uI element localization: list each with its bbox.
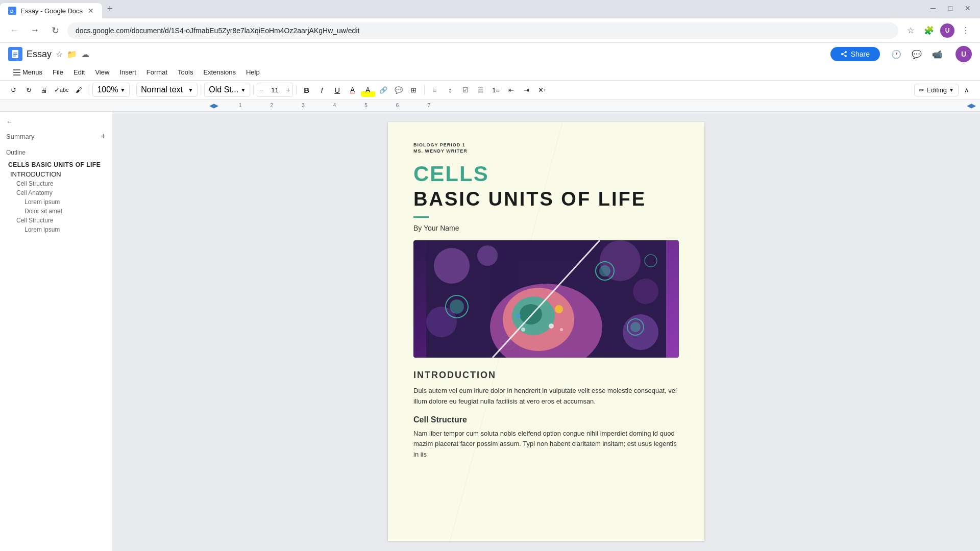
menus-button[interactable]: Menus bbox=[8, 65, 47, 79]
doc-cell-image bbox=[413, 240, 679, 358]
svg-point-15 bbox=[434, 248, 470, 284]
maximize-button[interactable]: □ bbox=[942, 0, 959, 16]
font-size-increase[interactable]: + bbox=[284, 86, 292, 94]
doc-section2-heading: Cell Structure bbox=[413, 415, 679, 424]
spellcheck-button[interactable]: ✓abc bbox=[52, 83, 70, 97]
menu-help[interactable]: Help bbox=[241, 65, 265, 79]
docs-app-icon bbox=[8, 47, 22, 61]
toolbar: ↺ ↻ 🖨 ✓abc 🖌 100% ▼ Normal text ▼ Old St… bbox=[0, 81, 980, 99]
link-button[interactable]: 🔗 bbox=[376, 83, 390, 97]
menu-view[interactable]: View bbox=[90, 65, 114, 79]
sidebar-back-button[interactable]: ← bbox=[6, 118, 106, 126]
docs-app: Essay ☆ 📁 ☁ Share 🕐 💬 📹 U bbox=[0, 43, 980, 551]
outline-item-intro[interactable]: INTRODUCTION bbox=[6, 169, 106, 179]
svg-text:D: D bbox=[10, 9, 14, 14]
svg-point-37 bbox=[560, 328, 563, 331]
history-button[interactable]: 🕐 bbox=[888, 46, 904, 62]
outline-item-cell-structure-2[interactable]: Cell Structure bbox=[6, 216, 106, 225]
active-tab[interactable]: D Essay - Google Docs ✕ bbox=[0, 3, 102, 18]
back-arrow-icon: ← bbox=[6, 118, 13, 126]
menu-insert[interactable]: Insert bbox=[114, 65, 141, 79]
svg-point-18 bbox=[633, 279, 658, 304]
bullet-list-button[interactable]: ☰ bbox=[474, 83, 488, 97]
svg-point-20 bbox=[623, 314, 658, 350]
align-button[interactable]: ≡ bbox=[428, 83, 442, 97]
meet-button[interactable]: 📹 bbox=[929, 46, 945, 62]
menu-edit[interactable]: Edit bbox=[68, 65, 90, 79]
menu-format[interactable]: Format bbox=[141, 65, 173, 79]
close-window-button[interactable]: ✕ bbox=[960, 0, 976, 16]
paintformat-button[interactable]: 🖌 bbox=[71, 83, 86, 97]
settings-button[interactable]: ⋮ bbox=[958, 22, 974, 39]
sidebar-summary-section: Summary + bbox=[6, 132, 106, 141]
share-button[interactable]: Share bbox=[830, 47, 880, 61]
line-spacing-button[interactable]: ↕ bbox=[443, 83, 457, 97]
text-color-button[interactable]: A bbox=[346, 83, 360, 97]
font-size-control: − + bbox=[257, 83, 292, 97]
address-bar[interactable] bbox=[67, 22, 898, 39]
comment-button[interactable]: 💬 bbox=[391, 83, 406, 97]
font-label: Old St... bbox=[209, 85, 238, 94]
increase-indent-button[interactable]: ⇥ bbox=[520, 83, 534, 97]
underline-button[interactable]: U bbox=[330, 83, 345, 97]
document-page[interactable]: Biology Period 1 Ms. Wendy Writer CELLS … bbox=[388, 122, 704, 541]
toolbar-sep-1 bbox=[89, 85, 89, 95]
svg-point-22 bbox=[450, 299, 464, 314]
decrease-indent-button[interactable]: ⇤ bbox=[504, 83, 519, 97]
checklist-button[interactable]: ☑ bbox=[458, 83, 473, 97]
tab-close-icon[interactable]: ✕ bbox=[88, 7, 94, 15]
print-button[interactable]: 🖨 bbox=[37, 83, 51, 97]
menu-extensions[interactable]: Extensions bbox=[198, 65, 241, 79]
menu-file[interactable]: File bbox=[47, 65, 68, 79]
font-size-input[interactable] bbox=[265, 86, 284, 94]
sidebar-summary-header: Summary + bbox=[6, 132, 106, 141]
bold-button[interactable]: B bbox=[300, 83, 314, 97]
outline-item-lorem-ipsum-2[interactable]: Lorem ipsum bbox=[6, 225, 106, 234]
doc-title-sub: BASIC UNITS OF LIFE bbox=[413, 188, 679, 210]
collapse-toolbar-button[interactable]: ∧ bbox=[960, 83, 974, 97]
font-selector[interactable]: Old St... ▼ bbox=[204, 83, 250, 97]
outline-item-cells[interactable]: CELLS BASIC UNITS OF LIFE bbox=[6, 160, 106, 169]
doc-canvas[interactable]: Biology Period 1 Ms. Wendy Writer CELLS … bbox=[112, 112, 980, 551]
add-summary-button[interactable]: + bbox=[101, 132, 106, 141]
new-tab-button[interactable]: + bbox=[103, 2, 117, 16]
account-button[interactable]: U bbox=[939, 22, 955, 39]
extension-button[interactable]: 🧩 bbox=[921, 22, 937, 39]
star-icon[interactable]: ☆ bbox=[56, 49, 63, 59]
bookmark-button[interactable]: ☆ bbox=[902, 22, 919, 39]
reload-button[interactable]: ↻ bbox=[47, 22, 63, 39]
italic-button[interactable]: I bbox=[315, 83, 329, 97]
forward-button[interactable]: → bbox=[27, 22, 43, 39]
user-avatar[interactable]: U bbox=[955, 46, 972, 62]
summary-title: Summary bbox=[6, 133, 35, 140]
svg-rect-3 bbox=[13, 53, 17, 54]
highlight-button[interactable]: A bbox=[361, 83, 375, 97]
menu-tools[interactable]: Tools bbox=[173, 65, 198, 79]
folder-icon[interactable]: 📁 bbox=[67, 49, 77, 59]
toolbar-sep-6 bbox=[424, 85, 425, 95]
comments-button[interactable]: 💬 bbox=[909, 46, 925, 62]
ruler: ◀▶ 1 2 3 4 5 6 7 ◀▶ bbox=[0, 99, 980, 112]
svg-point-24 bbox=[599, 265, 610, 277]
numbered-list-button[interactable]: 1≡ bbox=[489, 83, 503, 97]
minimize-button[interactable]: ─ bbox=[925, 0, 941, 16]
zoom-dropdown-icon: ▼ bbox=[120, 87, 125, 93]
font-size-decrease[interactable]: − bbox=[257, 86, 265, 94]
editing-mode-selector[interactable]: ✏ Editing ▼ bbox=[914, 84, 959, 96]
outline-item-cell-anatomy[interactable]: Cell Anatomy bbox=[6, 188, 106, 197]
menus-label: Menus bbox=[22, 68, 42, 76]
redo-button[interactable]: ↻ bbox=[21, 83, 36, 97]
cloud-icon[interactable]: ☁ bbox=[81, 49, 89, 59]
outline-item-cell-structure-1[interactable]: Cell Structure bbox=[6, 179, 106, 188]
clear-format-button[interactable]: ✕T bbox=[535, 83, 549, 97]
back-button[interactable]: ← bbox=[6, 22, 22, 39]
outline-item-lorem-ipsum-1[interactable]: Lorem ipsum bbox=[6, 197, 106, 207]
zoom-selector[interactable]: 100% ▼ bbox=[92, 83, 130, 97]
image-button[interactable]: ⊞ bbox=[407, 83, 421, 97]
browser-frame: D Essay - Google Docs ✕ + ─ □ ✕ ← → ↻ ☆ … bbox=[0, 0, 980, 551]
style-selector[interactable]: Normal text ▼ bbox=[136, 83, 198, 97]
undo-button[interactable]: ↺ bbox=[6, 83, 20, 97]
outline-item-dolor-sit[interactable]: Dolor sit amet bbox=[6, 207, 106, 216]
editing-mode-dropdown: ▼ bbox=[949, 87, 954, 93]
svg-rect-11 bbox=[13, 69, 20, 70]
